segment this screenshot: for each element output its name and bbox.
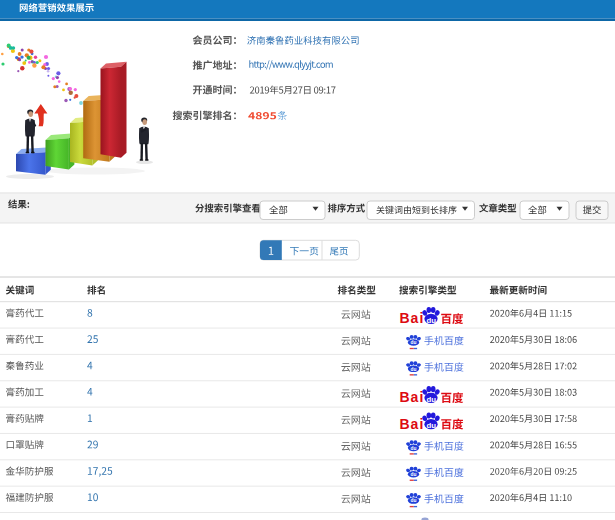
svg-text:du: du — [411, 367, 417, 372]
svg-text:du: du — [411, 472, 417, 477]
svg-text:Bai: Bai — [400, 389, 425, 405]
svg-text:Bai: Bai — [400, 416, 425, 432]
svg-text:du: du — [411, 446, 417, 451]
svg-text:du: du — [427, 316, 437, 325]
svg-text:du: du — [411, 498, 417, 503]
svg-text:Bai: Bai — [400, 310, 425, 326]
svg-text:du: du — [427, 421, 437, 430]
svg-text:du: du — [427, 395, 437, 404]
svg-text:du: du — [411, 340, 417, 345]
